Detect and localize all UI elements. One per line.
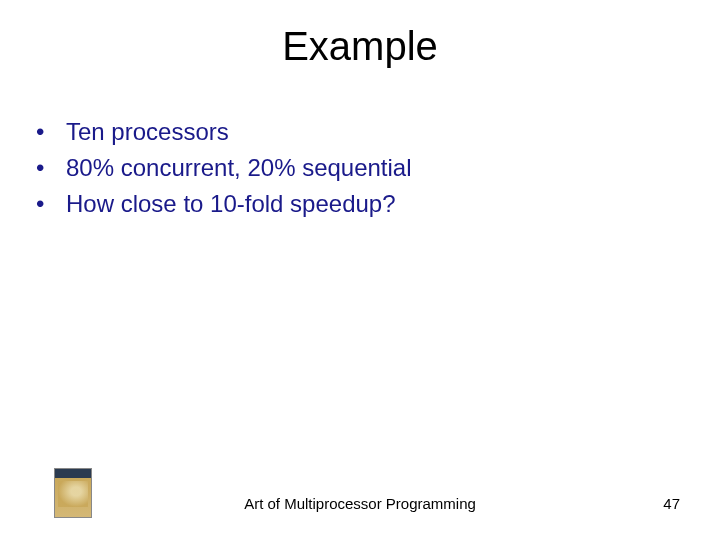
bullet-icon: • xyxy=(36,153,66,183)
slide-title: Example xyxy=(0,24,720,69)
bullet-text: How close to 10-fold speedup? xyxy=(66,189,396,219)
bullet-text: Ten processors xyxy=(66,117,229,147)
list-item: • How close to 10-fold speedup? xyxy=(36,189,720,219)
page-number: 47 xyxy=(663,495,680,512)
list-item: • 80% concurrent, 20% sequential xyxy=(36,153,720,183)
bullet-list: • Ten processors • 80% concurrent, 20% s… xyxy=(36,117,720,219)
bullet-icon: • xyxy=(36,189,66,219)
list-item: • Ten processors xyxy=(36,117,720,147)
footer-label: Art of Multiprocessor Programming xyxy=(0,495,720,512)
footer: Art of Multiprocessor Programming 47 xyxy=(0,468,720,518)
bullet-icon: • xyxy=(36,117,66,147)
bullet-text: 80% concurrent, 20% sequential xyxy=(66,153,412,183)
